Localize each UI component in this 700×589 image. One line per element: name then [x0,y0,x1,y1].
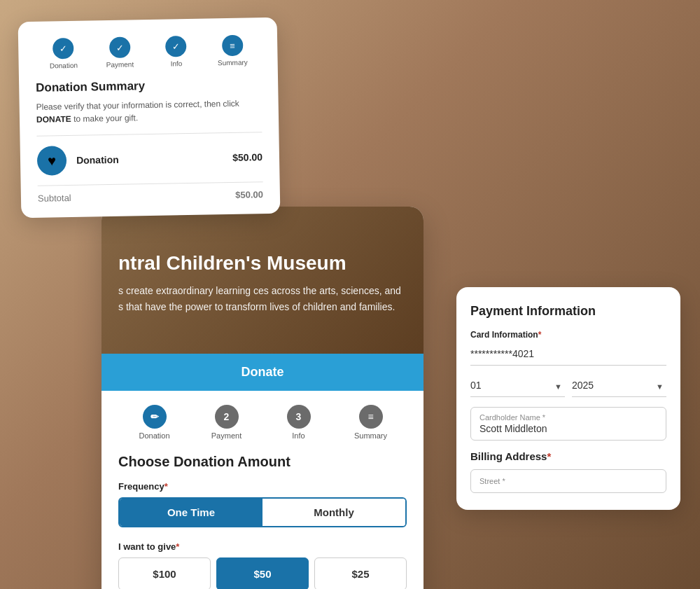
expiry-month-wrapper: 01 02 03 12 ▼ [470,375,565,397]
step-summary: ≡ Summary [204,34,260,67]
amount-label: I want to give* [118,541,407,552]
expiry-year-select[interactable]: 2025 2026 2027 [572,375,666,397]
donate-bold: DONATE [36,114,71,125]
amount-25-button[interactable]: $25 [314,557,407,589]
main-card-body: ✏ Donation 2 Payment 3 Info ≡ Summary Ch… [102,391,424,589]
expiry-row: 01 02 03 12 ▼ 2025 2026 2027 ▼ [470,375,666,397]
donation-summary-card: ✓ Donation ✓ Payment ✓ Info ≡ Summary Do… [18,18,281,218]
street-label: Street * [479,477,657,485]
museum-title: ntral Children's Museum [118,251,407,275]
main-step-info-label: Info [292,431,304,440]
summary-steps: ✓ Donation ✓ Payment ✓ Info ≡ Summary [35,34,261,70]
step-payment-circle: ✓ [109,36,131,58]
museum-description: s create extraordinary learning ces acro… [118,283,407,314]
amount-50-button[interactable]: $50 [216,557,309,589]
main-step-summary: ≡ Summary [335,405,407,440]
main-step-summary-circle: ≡ [359,405,383,429]
step-payment: ✓ Payment [91,36,148,69]
street-box: Street * [470,469,666,493]
main-step-info: 3 Info [262,405,335,440]
main-step-donation-circle: ✏ [143,405,167,429]
step-payment-label: Payment [106,60,134,69]
main-step-info-circle: 3 [287,405,311,429]
main-step-payment: 2 Payment [190,405,262,440]
expiry-month-select[interactable]: 01 02 03 12 [470,375,565,397]
donation-label: Donation [76,152,223,166]
step-info-label: Info [170,60,182,67]
main-steps: ✏ Donation 2 Payment 3 Info ≡ Summary [118,405,407,440]
cardholder-label: Cardholder Name * [479,413,657,422]
payment-title: Payment Information [470,304,666,319]
amount-grid: $100 $50 $25 [118,557,407,589]
subtotal-amount: $50.00 [235,189,263,200]
frequency-toggle: One Time Monthly [118,497,407,527]
summary-divider [36,132,262,137]
donate-button[interactable]: Donate [102,354,424,391]
step-donation-label: Donation [50,62,78,70]
donation-row: ♥ Donation $50.00 [37,142,263,176]
step-summary-circle: ≡ [222,35,244,57]
step-info-circle: ✓ [165,36,187,57]
main-step-payment-circle: 2 [215,405,239,429]
expiry-year-wrapper: 2025 2026 2027 ▼ [572,375,666,397]
subtotal-row: Subtotal $50.00 [38,181,263,204]
subtotal-label: Subtotal [38,193,71,204]
main-donation-card: ntral Children's Museum s create extraor… [102,207,424,589]
step-donation: ✓ Donation [35,37,92,69]
amount-100-button[interactable]: $100 [118,557,211,589]
main-step-summary-label: Summary [354,431,387,440]
card-info-label: Card Information* [470,330,666,340]
cardholder-box: Cardholder Name * Scott Middleton [470,407,666,441]
summary-heading: Donation Summary [36,77,261,95]
section-title: Choose Donation Amount [118,454,407,470]
cardholder-value: Scott Middleton [479,423,657,434]
heart-icon: ♥ [37,146,67,176]
main-step-donation: ✏ Donation [118,405,190,440]
step-info: ✓ Info [148,36,204,68]
billing-title: Billing Address* [470,450,666,462]
payment-info-card: Payment Information Card Information* 01… [456,287,680,510]
museum-header: ntral Children's Museum s create extraor… [102,207,424,354]
frequency-label: Frequency* [118,481,407,492]
main-step-donation-label: Donation [139,431,169,440]
card-number-input[interactable] [470,344,666,366]
summary-note: Please verify that your information is c… [36,97,262,126]
one-time-button[interactable]: One Time [120,499,262,526]
main-step-payment-label: Payment [211,431,241,440]
monthly-button[interactable]: Monthly [262,499,405,526]
donation-amount: $50.00 [232,151,262,163]
step-donation-circle: ✓ [52,38,74,60]
step-summary-label: Summary [218,59,248,67]
